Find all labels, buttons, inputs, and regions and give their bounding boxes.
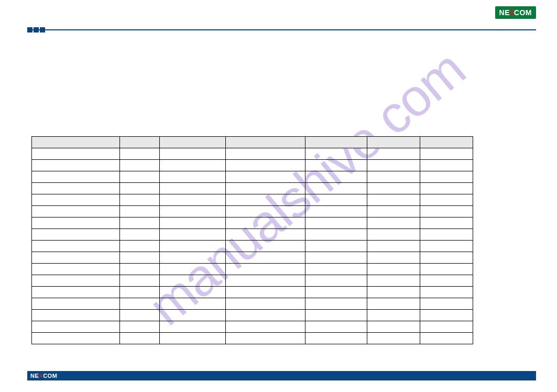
table-cell xyxy=(160,171,226,183)
table-cell xyxy=(32,298,120,310)
table-cell xyxy=(120,287,160,298)
header-rule xyxy=(27,29,536,30)
table-cell xyxy=(420,171,473,183)
table-cell xyxy=(226,264,305,275)
table-cell xyxy=(120,298,160,310)
table-cell xyxy=(120,194,160,206)
table-cell xyxy=(32,321,120,333)
table-cell xyxy=(120,310,160,321)
table-cell xyxy=(160,229,226,241)
table-cell xyxy=(305,171,367,183)
table-cell xyxy=(160,160,226,171)
table-row xyxy=(32,229,473,241)
table-row xyxy=(32,333,473,344)
table-cell xyxy=(305,217,367,229)
table-row xyxy=(32,194,473,206)
table-cell xyxy=(367,310,420,321)
table-cell xyxy=(32,264,120,275)
table-cell xyxy=(305,275,367,287)
table-cell xyxy=(160,194,226,206)
table-cell xyxy=(305,148,367,160)
table-row xyxy=(32,287,473,298)
table-cell xyxy=(226,171,305,183)
footer-bar: NEXCOM xyxy=(27,371,536,380)
table-cell xyxy=(305,206,367,217)
data-table xyxy=(31,136,473,344)
table-cell xyxy=(420,275,473,287)
table-cell xyxy=(32,333,120,344)
table-cell xyxy=(305,298,367,310)
table-cell xyxy=(226,333,305,344)
table-row xyxy=(32,217,473,229)
table-row xyxy=(32,275,473,287)
table-cell xyxy=(305,287,367,298)
table-cell xyxy=(226,160,305,171)
table-cell xyxy=(305,160,367,171)
table-cell xyxy=(367,333,420,344)
table-cell xyxy=(420,194,473,206)
table-cell xyxy=(305,321,367,333)
table-cell xyxy=(120,183,160,194)
table-header-cell xyxy=(32,137,120,148)
table-cell xyxy=(32,171,120,183)
table-cell xyxy=(160,252,226,264)
table-cell xyxy=(367,264,420,275)
table-cell xyxy=(160,275,226,287)
table-row xyxy=(32,264,473,275)
table-cell xyxy=(367,148,420,160)
table-header-cell xyxy=(160,137,226,148)
table-row xyxy=(32,160,473,171)
table-cell xyxy=(367,206,420,217)
logo-prefix: NE xyxy=(499,8,510,17)
table-cell xyxy=(226,287,305,298)
table-cell xyxy=(367,287,420,298)
table-header-row xyxy=(32,137,473,148)
table-cell xyxy=(160,148,226,160)
table-cell xyxy=(120,160,160,171)
table-header-cell xyxy=(305,137,367,148)
table-cell xyxy=(32,229,120,241)
table-header-cell xyxy=(226,137,305,148)
table-cell xyxy=(32,252,120,264)
table-row xyxy=(32,148,473,160)
table-cell xyxy=(305,194,367,206)
logo-suffix: COM xyxy=(514,8,532,17)
table-cell xyxy=(32,194,120,206)
table-row xyxy=(32,252,473,264)
table-header-cell xyxy=(367,137,420,148)
table-cell xyxy=(32,160,120,171)
table-cell xyxy=(226,275,305,287)
table-cell xyxy=(367,321,420,333)
table-cell xyxy=(305,241,367,252)
table-cell xyxy=(226,252,305,264)
table-row xyxy=(32,298,473,310)
table-cell xyxy=(420,241,473,252)
content-area xyxy=(31,136,473,344)
table-cell xyxy=(367,241,420,252)
table-cell xyxy=(226,310,305,321)
table-row xyxy=(32,206,473,217)
table-cell xyxy=(305,333,367,344)
table-cell xyxy=(120,333,160,344)
table-cell xyxy=(420,183,473,194)
table-cell xyxy=(420,310,473,321)
table-cell xyxy=(32,206,120,217)
table-cell xyxy=(226,194,305,206)
table-cell xyxy=(32,287,120,298)
table-cell xyxy=(120,217,160,229)
table-cell xyxy=(305,183,367,194)
table-cell xyxy=(120,264,160,275)
table-cell xyxy=(367,298,420,310)
table-cell xyxy=(367,160,420,171)
table-cell xyxy=(32,148,120,160)
table-cell xyxy=(32,217,120,229)
table-cell xyxy=(160,264,226,275)
table-cell xyxy=(367,275,420,287)
table-cell xyxy=(420,333,473,344)
table-cell xyxy=(160,217,226,229)
table-cell xyxy=(420,264,473,275)
table-cell xyxy=(120,229,160,241)
footer-logo-suffix: COM xyxy=(43,373,57,379)
table-cell xyxy=(120,321,160,333)
table-cell xyxy=(367,229,420,241)
